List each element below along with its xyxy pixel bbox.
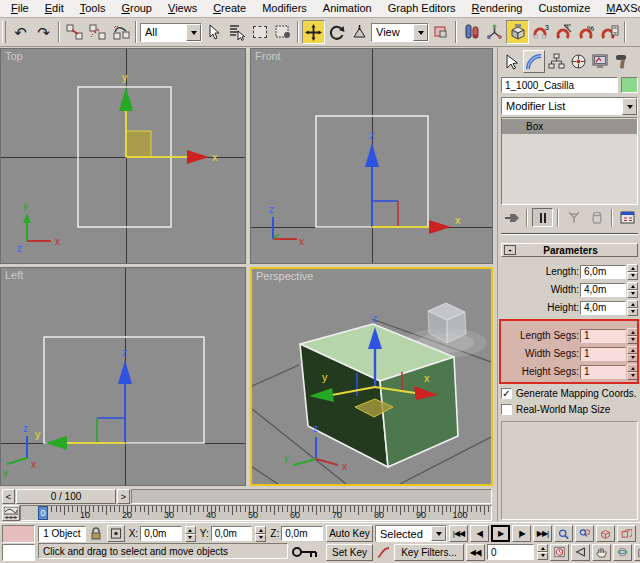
time-configuration-button[interactable] xyxy=(550,544,569,561)
length-segs-spinner[interactable] xyxy=(627,328,638,343)
viewport-perspective[interactable]: Perspective xyxy=(250,267,493,486)
height-segs-spinner[interactable] xyxy=(627,364,638,379)
current-frame-field[interactable]: 0 xyxy=(487,544,534,560)
select-by-name-button[interactable] xyxy=(225,20,248,44)
frame-spinner[interactable] xyxy=(537,544,548,560)
object-color-swatch[interactable] xyxy=(621,77,638,93)
absolute-offset-toggle[interactable] xyxy=(107,525,125,542)
time-slider-prev-button[interactable]: < xyxy=(2,489,15,504)
generate-mapping-coords-checkbox[interactable]: ✓ xyxy=(501,388,512,399)
dropdown-arrow-icon[interactable] xyxy=(413,24,428,41)
menu-edit[interactable]: Edit xyxy=(37,1,72,16)
percent-snap-button[interactable]: % xyxy=(575,20,598,44)
toolbar-grip[interactable] xyxy=(2,21,6,43)
viewport-left[interactable]: Left z y z xyxy=(0,267,246,486)
next-frame-button[interactable]: |▶ xyxy=(512,525,531,542)
time-mode-dropdown[interactable]: Selected xyxy=(375,525,447,542)
current-frame-marker[interactable]: 0 xyxy=(38,506,48,520)
viewport-front-label[interactable]: Front xyxy=(255,50,281,62)
menu-file[interactable]: File xyxy=(3,1,37,16)
length-field[interactable]: 6,0m xyxy=(580,265,626,279)
menu-maxscript[interactable]: MAXScript xyxy=(598,1,640,16)
move-gizmo-z-arrowhead[interactable] xyxy=(365,143,379,167)
move-gizmo-y-arrowhead[interactable] xyxy=(45,436,67,450)
remove-modifier-button[interactable] xyxy=(586,208,607,227)
selection-lock-toggle[interactable] xyxy=(88,525,105,542)
width-segs-field[interactable]: 1 xyxy=(580,347,626,361)
auto-key-button[interactable]: Auto Key xyxy=(326,525,373,542)
key-filters-button[interactable]: Key Filters... xyxy=(394,544,464,561)
time-slider-next-button[interactable]: > xyxy=(117,489,130,504)
y-spinner[interactable] xyxy=(255,526,266,542)
menu-create[interactable]: Create xyxy=(205,1,254,16)
bind-to-space-warp-button[interactable] xyxy=(109,20,132,44)
zoom-all-button[interactable] xyxy=(575,525,594,542)
zoom-button[interactable] xyxy=(554,525,573,542)
arc-rotate-button[interactable] xyxy=(613,544,632,561)
set-keys-button[interactable] xyxy=(290,543,320,561)
make-unique-button[interactable] xyxy=(563,208,584,227)
play-animation-button[interactable]: ▶ xyxy=(491,525,510,542)
select-and-link-button[interactable] xyxy=(63,20,86,44)
key-mode-toggle-button[interactable]: ◀◀| xyxy=(466,544,485,561)
viewport-top-label[interactable]: Top xyxy=(5,50,23,62)
menu-customize[interactable]: Customize xyxy=(530,1,598,16)
modifier-stack[interactable]: Box xyxy=(501,117,638,205)
menu-rendering[interactable]: Rendering xyxy=(464,1,531,16)
width-spinner[interactable] xyxy=(627,282,638,297)
new-key-default-in-out-tangents[interactable] xyxy=(375,544,392,561)
width-field[interactable]: 4,0m xyxy=(580,283,626,297)
menu-views[interactable]: Views xyxy=(160,1,205,16)
open-mini-curve-editor-button[interactable] xyxy=(2,505,20,521)
menu-group[interactable]: Group xyxy=(113,1,160,16)
maxscript-mini-listener[interactable] xyxy=(2,525,35,561)
rollout-collapse-icon[interactable]: - xyxy=(504,245,516,255)
viewport-left-label[interactable]: Left xyxy=(5,269,23,281)
select-and-rotate-button[interactable] xyxy=(325,20,348,44)
x-coordinate-field[interactable]: 0,0m xyxy=(140,526,182,541)
viewport-front[interactable]: Front z x xyxy=(250,48,493,264)
track-bar-ruler[interactable]: 0 10 20 30 40 50 60 70 80 90 100 xyxy=(20,505,492,521)
undo-button[interactable]: ↶ xyxy=(9,20,32,44)
modifier-list-dropdown[interactable]: Modifier List xyxy=(501,97,638,115)
zoom-extents-all-button[interactable] xyxy=(617,525,636,542)
real-world-map-size-checkbox[interactable] xyxy=(501,404,512,415)
tab-motion[interactable] xyxy=(567,50,589,73)
select-and-move-button[interactable] xyxy=(302,20,325,44)
tab-utilities[interactable] xyxy=(611,50,633,73)
dropdown-arrow-icon[interactable] xyxy=(622,98,637,115)
time-slider-track[interactable] xyxy=(131,489,492,504)
tab-create[interactable] xyxy=(501,50,523,73)
move-gizmo-x-arrowhead[interactable] xyxy=(429,220,451,234)
menu-animation[interactable]: Animation xyxy=(315,1,380,16)
length-spinner[interactable] xyxy=(627,264,638,279)
height-field[interactable]: 4,0m xyxy=(580,301,626,315)
select-and-scale-button[interactable] xyxy=(348,20,371,44)
listener-pane[interactable] xyxy=(2,544,35,562)
zoom-extents-button[interactable] xyxy=(596,525,615,542)
dropdown-arrow-icon[interactable] xyxy=(186,24,201,41)
pin-stack-button[interactable] xyxy=(501,208,522,227)
field-of-view-button[interactable] xyxy=(571,544,590,561)
window-crossing-toggle-button[interactable] xyxy=(271,20,294,44)
angle-snap-button[interactable] xyxy=(552,20,575,44)
height-segs-field[interactable]: 1 xyxy=(580,365,626,379)
z-coordinate-field[interactable]: 0,0m xyxy=(281,526,323,541)
selection-filter-dropdown[interactable]: All xyxy=(140,23,202,42)
modifier-stack-item-box[interactable]: Box xyxy=(502,119,637,134)
move-gizmo-xy-plane[interactable] xyxy=(126,131,151,157)
tab-display[interactable] xyxy=(589,50,611,73)
previous-frame-button[interactable]: ◀| xyxy=(470,525,489,542)
snap-3d-button[interactable]: 3 xyxy=(529,20,552,44)
redo-button[interactable]: ↷ xyxy=(32,20,55,44)
select-object-button[interactable] xyxy=(202,20,225,44)
configure-modifier-sets-button[interactable] xyxy=(617,208,638,227)
unlink-selection-button[interactable] xyxy=(86,20,109,44)
reference-coordinate-dropdown[interactable]: View xyxy=(371,23,429,42)
tab-modify[interactable] xyxy=(523,50,545,73)
parameters-rollout-header[interactable]: - Parameters xyxy=(501,243,638,257)
menu-modifiers[interactable]: Modifiers xyxy=(254,1,315,16)
move-gizmo-x-arrowhead[interactable] xyxy=(187,150,209,164)
rectangular-selection-region-button[interactable] xyxy=(248,20,271,44)
height-spinner[interactable] xyxy=(627,300,638,315)
